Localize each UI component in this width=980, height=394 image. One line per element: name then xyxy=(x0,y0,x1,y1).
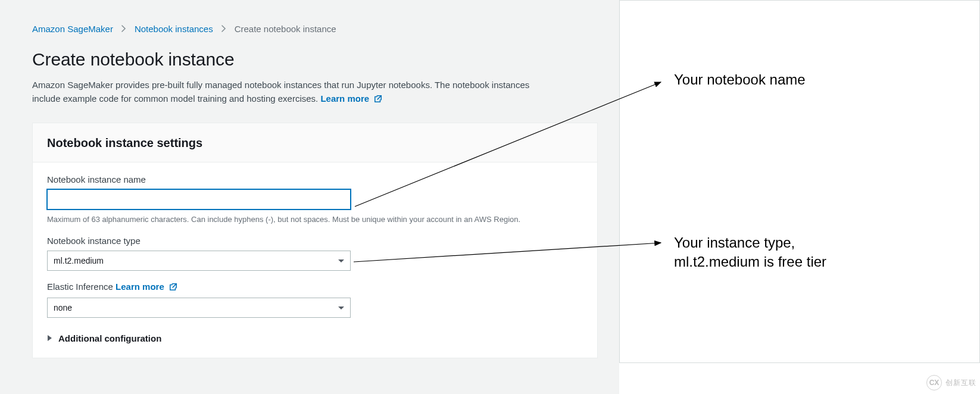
elastic-learn-more-text: Learn more xyxy=(116,282,164,292)
settings-card: Notebook instance settings Notebook inst… xyxy=(32,123,598,358)
annotation-type-line2: ml.t2.medium is free tier xyxy=(674,252,826,271)
annotation-type-line1: Your instance type, xyxy=(674,233,826,252)
card-header: Notebook instance settings xyxy=(33,123,597,162)
instance-type-select[interactable]: ml.t2.medium xyxy=(47,251,351,271)
elastic-label-text: Elastic Inference xyxy=(47,282,113,292)
additional-configuration-toggle[interactable]: Additional configuration xyxy=(47,329,583,343)
type-field-label: Notebook instance type xyxy=(47,236,583,246)
right-blank-panel xyxy=(619,0,980,363)
name-field-help: Maximum of 63 alphanumeric characters. C… xyxy=(47,214,583,225)
page-description: Amazon SageMaker provides pre-built full… xyxy=(32,78,556,107)
elastic-field-label: Elastic Inference Learn more xyxy=(47,282,583,293)
additional-configuration-label: Additional configuration xyxy=(58,333,161,343)
breadcrumb-current: Create notebook instance xyxy=(235,24,336,34)
breadcrumb-link-sagemaker[interactable]: Amazon SageMaker xyxy=(32,24,113,34)
watermark-text: 创新互联 xyxy=(945,378,976,388)
breadcrumb-link-notebook-instances[interactable]: Notebook instances xyxy=(135,24,213,34)
elastic-inference-select[interactable]: none xyxy=(47,298,351,318)
page-title: Create notebook instance xyxy=(32,49,598,70)
card-title: Notebook instance settings xyxy=(47,136,583,150)
elastic-inference-value: none xyxy=(54,303,72,312)
breadcrumb: Amazon SageMaker Notebook instances Crea… xyxy=(32,6,598,49)
instance-type-value: ml.t2.medium xyxy=(54,256,104,265)
page-description-text: Amazon SageMaker provides pre-built full… xyxy=(32,80,529,104)
triangle-right-icon xyxy=(47,333,52,343)
watermark: CX 创新互联 xyxy=(926,375,976,390)
chevron-right-icon xyxy=(121,24,126,34)
external-link-icon xyxy=(374,93,382,107)
notebook-name-input[interactable] xyxy=(47,189,351,209)
annotation-instance-type: Your instance type, ml.t2.medium is free… xyxy=(674,233,826,272)
name-field-label: Notebook instance name xyxy=(47,174,583,185)
chevron-right-icon xyxy=(221,24,226,34)
form-panel: Amazon SageMaker Notebook instances Crea… xyxy=(0,0,619,394)
annotation-notebook-name: Your notebook name xyxy=(674,70,806,89)
learn-more-text: Learn more xyxy=(320,93,369,104)
external-link-icon xyxy=(169,283,177,293)
elastic-learn-more-link[interactable]: Learn more xyxy=(116,282,177,292)
watermark-badge: CX xyxy=(926,375,942,390)
learn-more-link[interactable]: Learn more xyxy=(320,93,382,104)
